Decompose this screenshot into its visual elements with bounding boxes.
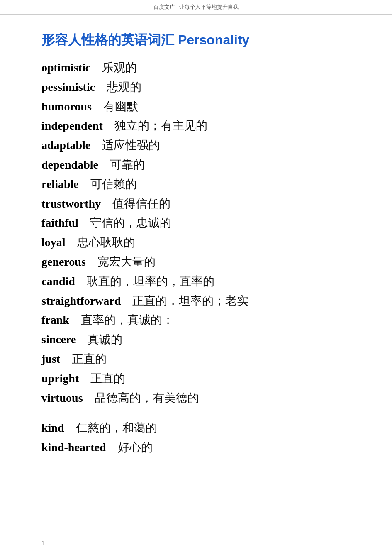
vocab-word: frank — [41, 313, 69, 326]
vocab-meaning: 正直的，坦率的；老实 — [121, 294, 248, 307]
vocab-meaning: 守信的，忠诚的 — [78, 216, 171, 229]
vocab-word: dependable — [41, 158, 98, 171]
list-item: dependable 可靠的 — [41, 156, 359, 174]
list-item: loyal 忠心耿耿的 — [41, 233, 359, 252]
list-item: straightforward 正直的，坦率的；老实 — [41, 292, 359, 311]
vocab-meaning: 独立的；有主见的 — [103, 119, 207, 132]
vocab-word: candid — [41, 275, 75, 288]
page-title: 形容人性格的英语词汇 Personality — [41, 31, 359, 49]
vocab-meaning: 可靠的 — [98, 158, 145, 171]
vocab-word: generous — [41, 255, 86, 268]
page-number: 1 — [41, 540, 44, 547]
list-item: just 正直的 — [41, 350, 359, 369]
vocab-word: pessimistic — [41, 81, 95, 93]
vocab-word: straightforward — [41, 294, 121, 307]
page-content: 形容人性格的英语词汇 Personality optimistic 乐观的pes… — [0, 27, 392, 483]
list-item: frank 直率的，真诚的； — [41, 311, 359, 330]
list-item: candid 耿直的，坦率的，直率的 — [41, 272, 359, 291]
vocab-meaning: 好心的 — [106, 441, 153, 454]
vocab-word: reliable — [41, 178, 79, 191]
vocab-meaning: 仁慈的，和蔼的 — [64, 421, 157, 434]
list-item: independent 独立的；有主见的 — [41, 117, 359, 135]
vocab-word: humorous — [41, 100, 92, 113]
vocab-word: virtuous — [41, 391, 83, 404]
vocab-meaning: 忠心耿耿的 — [66, 236, 135, 249]
list-item: reliable 可信赖的 — [41, 175, 359, 194]
vocab-word: independent — [41, 119, 103, 132]
vocab-meaning: 正直的 — [79, 372, 125, 385]
list-item: adaptable 适应性强的 — [41, 136, 359, 155]
list-item: humorous 有幽默 — [41, 98, 359, 116]
vocab-word: optimistic — [41, 61, 90, 74]
vocab-meaning: 可信赖的 — [79, 178, 137, 191]
list-item: generous 宽宏大量的 — [41, 253, 359, 271]
list-item: upright 正直的 — [41, 369, 359, 388]
vocab-word: kind — [41, 421, 64, 434]
vocab-word: loyal — [41, 236, 66, 249]
vocab-word: kind-hearted — [41, 441, 106, 454]
top-bar-text: 百度文库 · 让每个人平等地提升自我 — [153, 4, 239, 10]
vocab-meaning: 真诚的 — [76, 333, 122, 346]
list-item: sincere 真诚的 — [41, 330, 359, 349]
vocab-word: upright — [41, 372, 79, 385]
vocab-meaning: 直率的，真诚的； — [69, 313, 174, 326]
list-item: kind-hearted 好心的 — [41, 438, 359, 457]
vocabulary-list: optimistic 乐观的pessimistic 悲观的humorous 有幽… — [41, 59, 359, 407]
vocab-meaning: 悲观的 — [95, 81, 141, 93]
vocab-word: just — [41, 352, 60, 365]
vocab-word: adaptable — [41, 139, 90, 152]
top-bar: 百度文库 · 让每个人平等地提升自我 — [0, 0, 392, 15]
vocab-word: trustworthy — [41, 197, 101, 210]
vocab-meaning: 乐观的 — [90, 61, 137, 74]
list-item: faithful 守信的，忠诚的 — [41, 214, 359, 232]
list-item: trustworthy 值得信任的 — [41, 195, 359, 213]
vocabulary-list-2: kind 仁慈的，和蔼的kind-hearted 好心的 — [41, 419, 359, 457]
list-item: optimistic 乐观的 — [41, 59, 359, 77]
vocab-meaning: 正直的 — [60, 352, 107, 365]
vocab-word: faithful — [41, 216, 78, 229]
vocab-meaning: 值得信任的 — [101, 197, 170, 210]
vocab-word: sincere — [41, 333, 76, 346]
list-item: kind 仁慈的，和蔼的 — [41, 419, 359, 438]
list-item: pessimistic 悲观的 — [41, 78, 359, 97]
list-item: virtuous 品德高的，有美德的 — [41, 389, 359, 408]
vocab-meaning: 适应性强的 — [90, 139, 160, 152]
vocab-meaning: 品德高的，有美德的 — [83, 391, 199, 404]
vocab-meaning: 耿直的，坦率的，直率的 — [75, 275, 214, 288]
vocab-meaning: 有幽默 — [92, 100, 138, 113]
vocab-meaning: 宽宏大量的 — [86, 255, 156, 268]
